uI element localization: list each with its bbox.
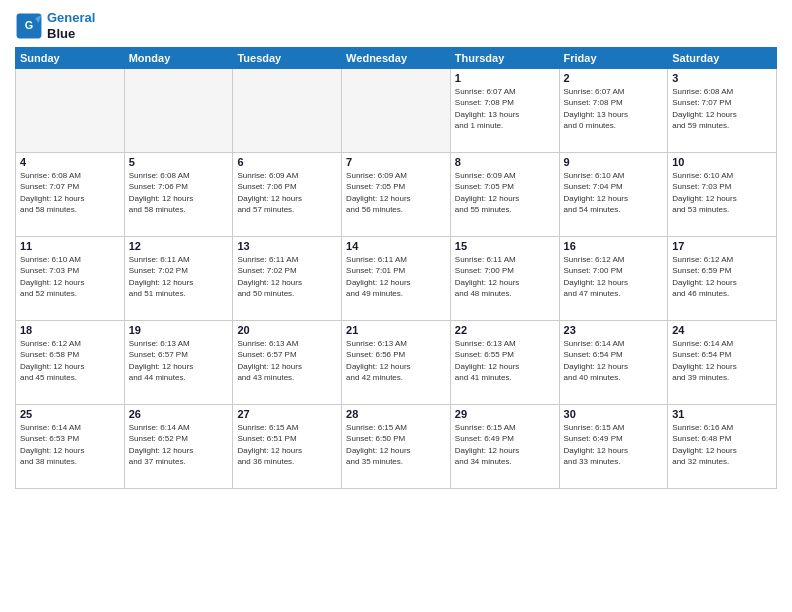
- day-cell: 21Sunrise: 6:13 AM Sunset: 6:56 PM Dayli…: [342, 321, 451, 405]
- day-cell: 1Sunrise: 6:07 AM Sunset: 7:08 PM Daylig…: [450, 69, 559, 153]
- day-number: 18: [20, 324, 120, 336]
- day-cell: 8Sunrise: 6:09 AM Sunset: 7:05 PM Daylig…: [450, 153, 559, 237]
- day-info: Sunrise: 6:11 AM Sunset: 7:01 PM Dayligh…: [346, 254, 446, 299]
- logo: G General Blue: [15, 10, 95, 41]
- day-info: Sunrise: 6:09 AM Sunset: 7:05 PM Dayligh…: [455, 170, 555, 215]
- logo-text: General Blue: [47, 10, 95, 41]
- day-cell: 24Sunrise: 6:14 AM Sunset: 6:54 PM Dayli…: [668, 321, 777, 405]
- day-number: 15: [455, 240, 555, 252]
- day-number: 1: [455, 72, 555, 84]
- week-row-3: 11Sunrise: 6:10 AM Sunset: 7:03 PM Dayli…: [16, 237, 777, 321]
- day-number: 13: [237, 240, 337, 252]
- day-info: Sunrise: 6:09 AM Sunset: 7:05 PM Dayligh…: [346, 170, 446, 215]
- day-number: 30: [564, 408, 664, 420]
- day-info: Sunrise: 6:10 AM Sunset: 7:03 PM Dayligh…: [20, 254, 120, 299]
- day-number: 28: [346, 408, 446, 420]
- day-info: Sunrise: 6:11 AM Sunset: 7:02 PM Dayligh…: [237, 254, 337, 299]
- logo-icon: G: [15, 12, 43, 40]
- day-cell: 23Sunrise: 6:14 AM Sunset: 6:54 PM Dayli…: [559, 321, 668, 405]
- day-number: 9: [564, 156, 664, 168]
- calendar-table: SundayMondayTuesdayWednesdayThursdayFrid…: [15, 47, 777, 489]
- day-info: Sunrise: 6:11 AM Sunset: 7:02 PM Dayligh…: [129, 254, 229, 299]
- day-cell: 17Sunrise: 6:12 AM Sunset: 6:59 PM Dayli…: [668, 237, 777, 321]
- header-cell-saturday: Saturday: [668, 48, 777, 69]
- day-cell: 31Sunrise: 6:16 AM Sunset: 6:48 PM Dayli…: [668, 405, 777, 489]
- day-number: 31: [672, 408, 772, 420]
- day-cell: 11Sunrise: 6:10 AM Sunset: 7:03 PM Dayli…: [16, 237, 125, 321]
- week-row-4: 18Sunrise: 6:12 AM Sunset: 6:58 PM Dayli…: [16, 321, 777, 405]
- day-number: 21: [346, 324, 446, 336]
- day-cell: 28Sunrise: 6:15 AM Sunset: 6:50 PM Dayli…: [342, 405, 451, 489]
- header-cell-wednesday: Wednesday: [342, 48, 451, 69]
- day-number: 16: [564, 240, 664, 252]
- day-info: Sunrise: 6:14 AM Sunset: 6:54 PM Dayligh…: [672, 338, 772, 383]
- day-cell: 14Sunrise: 6:11 AM Sunset: 7:01 PM Dayli…: [342, 237, 451, 321]
- day-info: Sunrise: 6:12 AM Sunset: 7:00 PM Dayligh…: [564, 254, 664, 299]
- week-row-1: 1Sunrise: 6:07 AM Sunset: 7:08 PM Daylig…: [16, 69, 777, 153]
- header-cell-thursday: Thursday: [450, 48, 559, 69]
- day-cell: 12Sunrise: 6:11 AM Sunset: 7:02 PM Dayli…: [124, 237, 233, 321]
- day-cell: 9Sunrise: 6:10 AM Sunset: 7:04 PM Daylig…: [559, 153, 668, 237]
- day-cell: [124, 69, 233, 153]
- day-number: 23: [564, 324, 664, 336]
- day-info: Sunrise: 6:15 AM Sunset: 6:51 PM Dayligh…: [237, 422, 337, 467]
- day-number: 8: [455, 156, 555, 168]
- header: G General Blue: [15, 10, 777, 41]
- day-number: 19: [129, 324, 229, 336]
- day-info: Sunrise: 6:14 AM Sunset: 6:53 PM Dayligh…: [20, 422, 120, 467]
- day-info: Sunrise: 6:09 AM Sunset: 7:06 PM Dayligh…: [237, 170, 337, 215]
- day-number: 10: [672, 156, 772, 168]
- day-info: Sunrise: 6:16 AM Sunset: 6:48 PM Dayligh…: [672, 422, 772, 467]
- day-cell: 7Sunrise: 6:09 AM Sunset: 7:05 PM Daylig…: [342, 153, 451, 237]
- day-number: 7: [346, 156, 446, 168]
- svg-text:G: G: [25, 19, 33, 31]
- day-cell: 30Sunrise: 6:15 AM Sunset: 6:49 PM Dayli…: [559, 405, 668, 489]
- day-cell: 6Sunrise: 6:09 AM Sunset: 7:06 PM Daylig…: [233, 153, 342, 237]
- day-cell: 18Sunrise: 6:12 AM Sunset: 6:58 PM Dayli…: [16, 321, 125, 405]
- week-row-5: 25Sunrise: 6:14 AM Sunset: 6:53 PM Dayli…: [16, 405, 777, 489]
- day-info: Sunrise: 6:15 AM Sunset: 6:49 PM Dayligh…: [564, 422, 664, 467]
- day-cell: 10Sunrise: 6:10 AM Sunset: 7:03 PM Dayli…: [668, 153, 777, 237]
- day-number: 27: [237, 408, 337, 420]
- day-cell: 29Sunrise: 6:15 AM Sunset: 6:49 PM Dayli…: [450, 405, 559, 489]
- day-number: 26: [129, 408, 229, 420]
- day-cell: 22Sunrise: 6:13 AM Sunset: 6:55 PM Dayli…: [450, 321, 559, 405]
- week-row-2: 4Sunrise: 6:08 AM Sunset: 7:07 PM Daylig…: [16, 153, 777, 237]
- day-cell: 2Sunrise: 6:07 AM Sunset: 7:08 PM Daylig…: [559, 69, 668, 153]
- day-info: Sunrise: 6:15 AM Sunset: 6:49 PM Dayligh…: [455, 422, 555, 467]
- day-info: Sunrise: 6:10 AM Sunset: 7:04 PM Dayligh…: [564, 170, 664, 215]
- day-cell: 20Sunrise: 6:13 AM Sunset: 6:57 PM Dayli…: [233, 321, 342, 405]
- day-number: 4: [20, 156, 120, 168]
- day-number: 17: [672, 240, 772, 252]
- day-cell: 4Sunrise: 6:08 AM Sunset: 7:07 PM Daylig…: [16, 153, 125, 237]
- day-info: Sunrise: 6:12 AM Sunset: 6:58 PM Dayligh…: [20, 338, 120, 383]
- day-cell: 19Sunrise: 6:13 AM Sunset: 6:57 PM Dayli…: [124, 321, 233, 405]
- day-number: 29: [455, 408, 555, 420]
- day-info: Sunrise: 6:13 AM Sunset: 6:56 PM Dayligh…: [346, 338, 446, 383]
- day-number: 22: [455, 324, 555, 336]
- day-info: Sunrise: 6:13 AM Sunset: 6:57 PM Dayligh…: [237, 338, 337, 383]
- day-info: Sunrise: 6:14 AM Sunset: 6:52 PM Dayligh…: [129, 422, 229, 467]
- day-cell: 5Sunrise: 6:08 AM Sunset: 7:06 PM Daylig…: [124, 153, 233, 237]
- day-cell: 13Sunrise: 6:11 AM Sunset: 7:02 PM Dayli…: [233, 237, 342, 321]
- day-cell: 25Sunrise: 6:14 AM Sunset: 6:53 PM Dayli…: [16, 405, 125, 489]
- day-number: 5: [129, 156, 229, 168]
- day-cell: 3Sunrise: 6:08 AM Sunset: 7:07 PM Daylig…: [668, 69, 777, 153]
- day-number: 24: [672, 324, 772, 336]
- day-number: 25: [20, 408, 120, 420]
- day-cell: [233, 69, 342, 153]
- page: G General Blue SundayMondayTuesdayWednes…: [0, 0, 792, 612]
- header-cell-sunday: Sunday: [16, 48, 125, 69]
- day-info: Sunrise: 6:08 AM Sunset: 7:07 PM Dayligh…: [20, 170, 120, 215]
- day-info: Sunrise: 6:11 AM Sunset: 7:00 PM Dayligh…: [455, 254, 555, 299]
- day-number: 11: [20, 240, 120, 252]
- day-cell: [342, 69, 451, 153]
- day-info: Sunrise: 6:13 AM Sunset: 6:57 PM Dayligh…: [129, 338, 229, 383]
- header-cell-tuesday: Tuesday: [233, 48, 342, 69]
- header-row: SundayMondayTuesdayWednesdayThursdayFrid…: [16, 48, 777, 69]
- day-number: 12: [129, 240, 229, 252]
- day-info: Sunrise: 6:07 AM Sunset: 7:08 PM Dayligh…: [564, 86, 664, 131]
- day-number: 2: [564, 72, 664, 84]
- day-info: Sunrise: 6:10 AM Sunset: 7:03 PM Dayligh…: [672, 170, 772, 215]
- day-info: Sunrise: 6:08 AM Sunset: 7:07 PM Dayligh…: [672, 86, 772, 131]
